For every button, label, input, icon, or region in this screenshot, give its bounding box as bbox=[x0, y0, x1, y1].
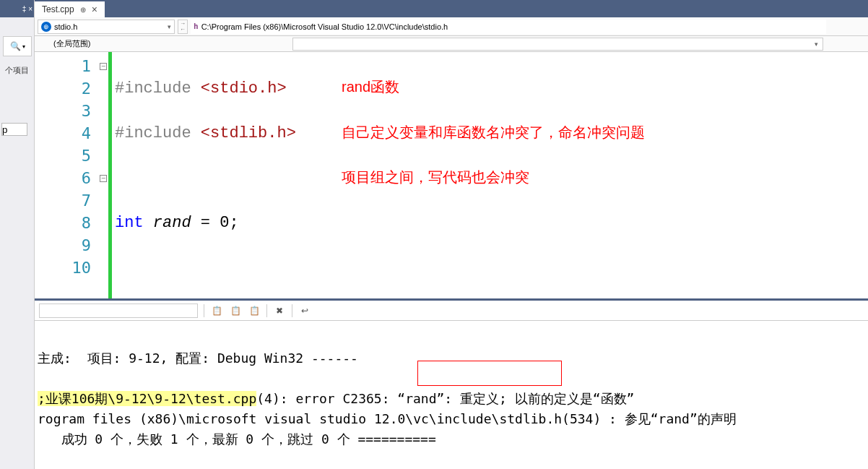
h-file-icon: h bbox=[194, 22, 199, 31]
line-num: 3 bbox=[35, 100, 91, 122]
side-input[interactable] bbox=[1, 123, 27, 136]
search-button[interactable]: 🔍 ▾ bbox=[3, 36, 32, 56]
toolbar-separator bbox=[204, 304, 204, 317]
nav-scope-text: stdio.h bbox=[54, 22, 77, 31]
fold-toggle[interactable]: − bbox=[100, 175, 107, 182]
line-num: 10 bbox=[35, 257, 91, 279]
line-num: 2 bbox=[35, 77, 91, 100]
scope-bar: (全局范围) ▾ bbox=[35, 36, 868, 52]
wrap-icon[interactable]: ↩ bbox=[298, 304, 311, 317]
output-line: 成功 0 个，失败 1 个，最新 0 个，跳过 0 个 ========== bbox=[38, 431, 436, 447]
code-editor[interactable]: 1 2 3 4 5 6 7 8 9 10 − − #include <stdio… bbox=[35, 52, 868, 298]
nav-bar: ⊕ stdio.h ▾ → ← h C:\Program Files (x86)… bbox=[35, 17, 868, 36]
highlight-box-1 bbox=[417, 361, 562, 386]
fold-gutter: − − bbox=[98, 52, 108, 298]
output-line: 主成: 项目: 9-12, 配置: Debug Win32 ------ bbox=[38, 350, 358, 366]
code-line: int rand = 0; bbox=[115, 212, 868, 234]
tab-bar: Test.cpp ⊕ × bbox=[35, 0, 868, 17]
tab-test-cpp[interactable]: Test.cpp ⊕ × bbox=[35, 1, 105, 17]
scope-label: (全局范围) bbox=[53, 38, 90, 49]
scope-member-dropdown[interactable]: ▾ bbox=[292, 38, 823, 51]
annotation-2: 自己定义变量和库函数名冲突了，命名冲突问题 bbox=[342, 121, 645, 144]
side-panel: ‡ × 🔍 ▾ 个项目 bbox=[0, 0, 35, 469]
main-area: Test.cpp ⊕ × ⊕ stdio.h ▾ → ← h C:\Progra… bbox=[35, 0, 868, 469]
annotation-3: 项目组之间，写代码也会冲突 bbox=[342, 166, 529, 189]
chevron-down-icon: ▾ bbox=[168, 23, 171, 30]
output-panel: 📋 📋 📋 ✖ ↩ 主成: 项目: 9-12, 配置: Debug Win32 … bbox=[35, 298, 868, 469]
nav-back-forward[interactable]: → ← bbox=[178, 20, 188, 34]
side-items: 个项目 bbox=[0, 59, 34, 82]
arrow-left-icon: ← bbox=[180, 27, 186, 33]
search-icon: 🔍 bbox=[10, 41, 21, 51]
line-num: 1 bbox=[35, 55, 91, 77]
toolbar-btn[interactable]: 📋 bbox=[210, 304, 223, 317]
output-text[interactable]: 主成: 项目: 9-12, 配置: Debug Win32 ------ ;业课… bbox=[35, 321, 868, 469]
side-panel-header: ‡ × bbox=[0, 0, 34, 17]
output-error-file[interactable]: ;业课106期\9-12\9-12\test.cpp bbox=[38, 391, 256, 406]
line-num: 9 bbox=[35, 234, 91, 257]
toolbar-btn[interactable]: 📋 bbox=[248, 304, 261, 317]
toolbar-btn[interactable]: 📋 bbox=[229, 304, 242, 317]
toolbar-separator bbox=[292, 304, 292, 317]
code-line: #include <stdio.h> bbox=[115, 77, 868, 100]
nav-scope-dropdown[interactable]: ⊕ stdio.h ▾ bbox=[38, 20, 175, 34]
line-num: 5 bbox=[35, 145, 91, 167]
clear-icon[interactable]: ✖ bbox=[273, 304, 286, 317]
tab-title: Test.cpp bbox=[42, 4, 74, 14]
pin-icon[interactable]: ⊕ bbox=[80, 6, 86, 14]
toolbar-separator bbox=[266, 304, 267, 317]
side-item-label: 个项目 bbox=[5, 65, 29, 76]
nav-path-text: C:\Program Files (x86)\Microsoft Visual … bbox=[201, 22, 448, 31]
output-line: rogram files (x86)\microsoft visual stud… bbox=[38, 411, 737, 426]
close-icon[interactable]: × bbox=[92, 4, 97, 15]
side-close-icon[interactable]: ‡ × bbox=[22, 5, 32, 13]
output-source-dropdown[interactable] bbox=[39, 304, 198, 318]
code-content[interactable]: #include <stdio.h> #include <stdlib.h> i… bbox=[112, 52, 868, 298]
line-num: 8 bbox=[35, 212, 91, 234]
line-num: 6 bbox=[35, 167, 91, 189]
annotation-1: rand函数 bbox=[342, 76, 399, 98]
output-toolbar: 📋 📋 📋 ✖ ↩ bbox=[35, 301, 868, 321]
output-error-msg: (4): error C2365: “rand”: 重定义; 以前的定义是“函数… bbox=[256, 391, 634, 406]
line-num: 7 bbox=[35, 189, 91, 212]
line-number-gutter: 1 2 3 4 5 6 7 8 9 10 bbox=[35, 52, 98, 298]
line-num: 4 bbox=[35, 122, 91, 145]
chevron-down-icon: ▾ bbox=[22, 43, 25, 50]
code-line bbox=[115, 257, 868, 279]
fold-toggle[interactable]: − bbox=[100, 63, 107, 70]
globe-icon: ⊕ bbox=[41, 22, 51, 32]
chevron-down-icon: ▾ bbox=[815, 40, 818, 48]
nav-path-display[interactable]: h C:\Program Files (x86)\Microsoft Visua… bbox=[191, 20, 826, 34]
